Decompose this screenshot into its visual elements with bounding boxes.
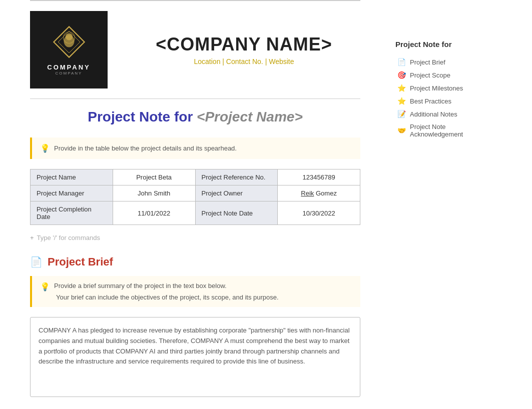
sidebar: Project Note for 📄 Project Brief 🎯 Proje… xyxy=(390,0,500,409)
project-brief-content[interactable]: COMPANY A has pledged to increase revenu… xyxy=(30,317,360,397)
document-icon: 📄 xyxy=(30,256,43,268)
table-row: Project Name Project Beta Project Refere… xyxy=(31,170,360,186)
table-cell-label: Project Reference No. xyxy=(195,170,278,186)
table-cell-label: Project Manager xyxy=(31,186,113,202)
table-row: Project Completion Date 11/01/2022 Proje… xyxy=(31,202,360,225)
project-brief-heading: 📄 Project Brief xyxy=(30,256,360,268)
company-name: <COMPANY NAME> xyxy=(128,34,360,55)
lightbulb-icon-2: 💡 xyxy=(40,282,50,292)
brief-text: COMPANY A has pledged to increase revenu… xyxy=(39,326,350,365)
doc-icon: 📄 xyxy=(397,58,406,66)
project-brief-title: Project Brief xyxy=(48,256,113,268)
sidebar-item-label: Project Note Acknowledgement xyxy=(410,123,488,138)
svg-point-3 xyxy=(66,33,73,40)
logo-diamond-icon xyxy=(52,24,87,60)
handshake-icon: 🤝 xyxy=(397,126,406,134)
company-logo: COMPANY COMPANY xyxy=(30,11,108,88)
sidebar-item-project-milestones[interactable]: ⭐ Project Milestones xyxy=(395,82,490,94)
table-cell-value: 11/01/2022 xyxy=(113,202,195,225)
table-cell-value: 123456789 xyxy=(278,170,360,186)
table-cell-label: Project Name xyxy=(31,170,113,186)
project-details-table: Project Name Project Beta Project Refere… xyxy=(30,169,360,225)
table-cell-value: John Smith xyxy=(113,186,195,202)
table-cell-label: Project Owner xyxy=(195,186,278,202)
lightbulb-icon: 💡 xyxy=(40,144,50,153)
brief-hint-row-2: Your brief can include the objectives of… xyxy=(40,294,352,301)
table-cell-value: Project Beta xyxy=(113,170,195,186)
target-icon: 🎯 xyxy=(397,71,406,79)
star-icon-2: ⭐ xyxy=(397,97,406,105)
sidebar-item-project-scope[interactable]: 🎯 Project Scope xyxy=(395,68,490,82)
table-cell-label: Project Note Date xyxy=(195,202,278,225)
sidebar-item-best-practices[interactable]: ⭐ Best Practices xyxy=(395,94,490,108)
note-icon: 📝 xyxy=(397,110,406,118)
header-divider xyxy=(30,98,360,99)
sidebar-item-project-brief[interactable]: 📄 Project Brief xyxy=(395,56,490,68)
sidebar-item-label: Project Milestones xyxy=(410,84,463,92)
company-info: <COMPANY NAME> Location | Contact No. | … xyxy=(128,34,360,66)
sidebar-title: Project Note for xyxy=(395,40,490,48)
command-hint[interactable]: + Type '/' for commands xyxy=(30,230,360,246)
brief-hint-box: 💡 Provide a brief summary of the project… xyxy=(30,276,360,307)
brief-hint-line1: Provide a brief summary of the project i… xyxy=(54,282,227,290)
command-hint-text: Type '/' for commands xyxy=(37,234,100,242)
sidebar-item-label: Additional Notes xyxy=(410,110,457,118)
plus-icon: + xyxy=(30,234,34,242)
project-info-hint: 💡 Provide in the table below the project… xyxy=(30,138,360,159)
table-cell-value: 10/30/2022 xyxy=(278,202,360,225)
project-title-section: Project Note for <Project Name> xyxy=(30,109,360,125)
brief-hint-line2: Your brief can include the objectives of… xyxy=(56,294,279,301)
sidebar-item-label: Project Scope xyxy=(410,72,450,79)
sidebar-item-additional-notes[interactable]: 📝 Additional Notes xyxy=(395,108,490,120)
project-title-static: Project Note for xyxy=(88,109,193,124)
project-title-heading: Project Note for <Project Name> xyxy=(30,109,360,125)
sidebar-item-label: Project Brief xyxy=(410,58,445,66)
star-icon-1: ⭐ xyxy=(397,84,406,92)
logo-company-text: COMPANY xyxy=(47,64,90,71)
header-section: COMPANY COMPANY <COMPANY NAME> Location … xyxy=(30,1,360,98)
project-info-hint-text: Provide in the table below the project d… xyxy=(54,144,237,152)
company-contact: Location | Contact No. | Website xyxy=(128,58,360,66)
table-cell-label: Project Completion Date xyxy=(31,202,113,225)
sidebar-item-label: Best Practices xyxy=(410,98,451,105)
project-title-dynamic: <Project Name> xyxy=(197,109,303,124)
logo-sub-text: COMPANY xyxy=(56,71,83,76)
sidebar-item-acknowledgement[interactable]: 🤝 Project Note Acknowledgement xyxy=(395,120,490,140)
table-cell-value: Reik Gomez xyxy=(278,186,360,202)
table-row: Project Manager John Smith Project Owner… xyxy=(31,186,360,202)
brief-hint-row-1: 💡 Provide a brief summary of the project… xyxy=(40,282,352,292)
owner-name-link: Reik xyxy=(301,190,314,197)
